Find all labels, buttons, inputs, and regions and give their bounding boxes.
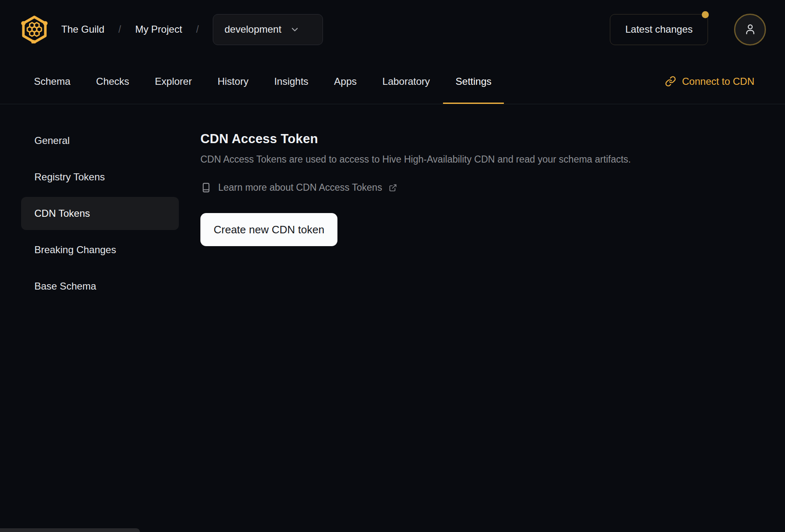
- sidebar-item-general[interactable]: General: [21, 124, 179, 157]
- tab-checks[interactable]: Checks: [84, 59, 142, 104]
- breadcrumb-project-link[interactable]: My Project: [135, 24, 182, 35]
- tab-settings[interactable]: Settings: [443, 59, 504, 104]
- target-tabs-bar: Schema Checks Explorer History Insights …: [0, 59, 785, 104]
- breadcrumb-separator: /: [196, 24, 199, 35]
- page-title: CDN Access Token: [200, 132, 785, 146]
- chain-link-icon: [665, 76, 676, 87]
- external-link-icon: [389, 184, 397, 192]
- latest-changes-button[interactable]: Latest changes: [610, 14, 708, 45]
- settings-content: General Registry Tokens CDN Tokens Break…: [0, 104, 785, 532]
- app-page: The Guild / My Project / development Lat…: [0, 0, 785, 532]
- settings-sidebar: General Registry Tokens CDN Tokens Break…: [21, 104, 179, 303]
- breadcrumb-separator: /: [118, 24, 121, 35]
- breadcrumb: The Guild / My Project /: [61, 24, 199, 35]
- latest-changes-label: Latest changes: [625, 24, 693, 35]
- create-cdn-token-button[interactable]: Create new CDN token: [200, 213, 337, 246]
- cdn-tokens-panel: CDN Access Token CDN Access Tokens are u…: [200, 104, 785, 246]
- breadcrumb-org-link[interactable]: The Guild: [61, 24, 104, 35]
- learn-more-label: Learn more about CDN Access Tokens: [218, 182, 382, 193]
- chevron-down-icon: [290, 24, 300, 34]
- tab-schema[interactable]: Schema: [22, 59, 83, 104]
- tab-apps[interactable]: Apps: [322, 59, 369, 104]
- sidebar-item-cdn-tokens[interactable]: CDN Tokens: [21, 197, 179, 230]
- app-header: The Guild / My Project / development Lat…: [0, 0, 785, 59]
- user-menu-button[interactable]: [734, 14, 766, 46]
- target-selector-value: development: [224, 24, 281, 35]
- book-icon: [200, 182, 212, 193]
- tab-insights[interactable]: Insights: [262, 59, 321, 104]
- tab-history[interactable]: History: [205, 59, 261, 104]
- sidebar-item-breaking-changes[interactable]: Breaking Changes: [21, 233, 179, 266]
- hive-logo-icon[interactable]: [19, 15, 50, 43]
- page-description: CDN Access Tokens are used to access to …: [200, 153, 785, 165]
- sidebar-item-base-schema[interactable]: Base Schema: [21, 270, 179, 303]
- tab-explorer[interactable]: Explorer: [142, 59, 204, 104]
- person-icon: [744, 23, 757, 36]
- sidebar-item-registry-tokens[interactable]: Registry Tokens: [21, 161, 179, 194]
- learn-more-link[interactable]: Learn more about CDN Access Tokens: [200, 182, 397, 193]
- connect-to-cdn-link[interactable]: Connect to CDN: [665, 59, 754, 104]
- bottom-toast-peek: [0, 528, 140, 532]
- target-selector-dropdown[interactable]: development: [213, 14, 323, 45]
- connect-to-cdn-label: Connect to CDN: [682, 76, 754, 87]
- tab-laboratory[interactable]: Laboratory: [370, 59, 443, 104]
- tabs-list: Schema Checks Explorer History Insights …: [22, 59, 504, 104]
- notification-dot: [702, 11, 709, 18]
